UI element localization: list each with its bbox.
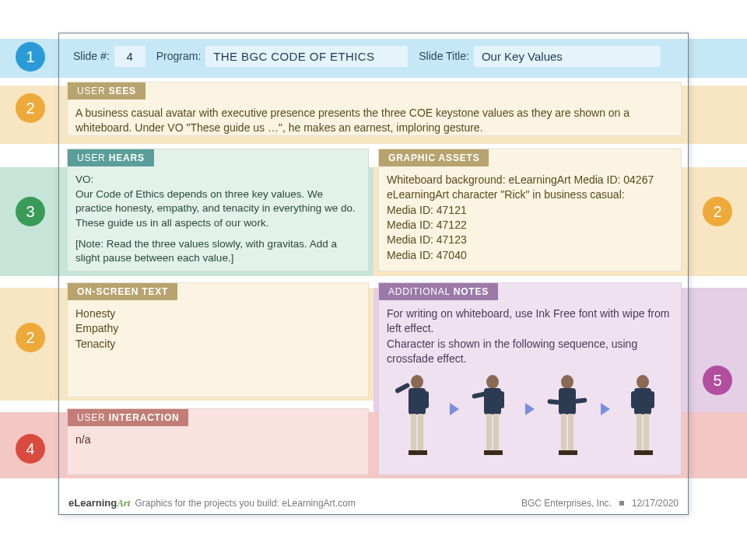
svg-rect-30 [634,450,644,455]
panel-additional-notes: ADDITIONAL NOTES For writing on whiteboa… [378,282,682,475]
storyboard-page: Slide #: 4 Program: THE BGC CODE OF ETHI… [58,33,689,515]
slide-title-value: Our Key Values [474,46,661,67]
svg-rect-3 [424,391,429,408]
panel-onscreen-text: ON-SCREEN TEXT Honesty Empathy Tenacity [67,282,369,397]
arrow-icon [601,403,610,415]
badge-5: 5 [703,366,732,395]
asset-line: Media ID: 47122 [387,218,673,233]
slide-title-label: Slide Title: [419,50,469,62]
panel-user-hears: USER HEARS VO: Our Code of Ethics depend… [67,149,369,271]
svg-rect-19 [574,398,587,404]
panel-graphic-assets: GRAPHIC ASSETS Whiteboard background: eL… [378,149,682,271]
user-sees-body: A business casual avatar with executive … [68,100,681,142]
ost-line: Honesty [75,306,360,321]
footer-company: BGC Enterprises, Inc. [521,498,612,509]
svg-rect-6 [409,450,418,455]
svg-rect-2 [395,383,410,394]
svg-point-24 [637,375,649,389]
svg-rect-13 [493,414,499,451]
arrow-icon [525,403,535,415]
svg-rect-14 [484,450,493,455]
tab-graphic-assets: GRAPHIC ASSETS [379,149,489,166]
avatar-pose-1 [390,371,444,460]
ost-line: Empathy [75,321,360,336]
badge-2-left-top: 2 [16,93,45,123]
panel-user-sees: USER SEES A business casual avatar with … [67,82,682,136]
svg-rect-20 [561,414,566,451]
asset-line: Whiteboard background: eLearningArt Medi… [387,173,673,187]
badge-3: 3 [16,197,45,226]
svg-point-8 [486,375,499,389]
svg-rect-29 [644,414,649,451]
svg-rect-17 [559,388,576,415]
tab-user-hears: USER HEARS [68,149,154,166]
svg-rect-12 [486,414,492,451]
onscreen-text-body: Honesty Empathy Tenacity [68,300,368,358]
svg-rect-18 [548,399,561,405]
asset-line: eLearningArt character "Rick" in busines… [387,187,673,202]
tab-additional-notes: ADDITIONAL NOTES [379,283,498,300]
vo-script: Our Code of Ethics depends on three key … [75,187,360,231]
svg-rect-21 [568,414,573,451]
avatar-pose-3 [540,371,594,460]
svg-point-0 [411,375,423,389]
notes-line: Character is shown in the following sequ… [387,337,673,367]
svg-rect-31 [644,450,653,455]
graphic-assets-body: Whiteboard background: eLearningArt Medi… [379,166,681,269]
avatar-pose-2 [465,371,520,460]
elearningart-logo: eLearningArt [68,497,130,509]
badge-4: 4 [16,434,45,464]
asset-line: Media ID: 47123 [387,233,673,247]
user-interaction-body: n/a [68,426,368,453]
arrow-icon [450,403,459,415]
slide-num-value: 4 [114,46,146,67]
notes-line: For writing on whiteboard, use Ink Free … [387,306,673,337]
footer-date: 12/17/2020 [632,498,679,509]
svg-rect-4 [411,414,416,451]
program-value: THE BGC CODE OF ETHICS [205,46,408,67]
top-metadata-bar: Slide #: 4 Program: THE BGC CODE OF ETHI… [67,41,680,71]
svg-rect-9 [484,388,501,415]
vo-direction-note: [Note: Read the three values slowly, wit… [75,237,360,266]
slide-num-label: Slide #: [73,50,110,62]
svg-rect-5 [418,414,423,451]
asset-line: Media ID: 47121 [387,203,673,218]
page-footer: eLearningArt Graphics for the projects y… [68,497,679,509]
asset-line: Media ID: 47040 [387,248,673,263]
badge-1: 1 [16,42,45,72]
user-hears-body: VO: Our Code of Ethics depends on three … [68,166,368,272]
ost-line: Tenacity [75,337,360,352]
tab-onscreen-text: ON-SCREEN TEXT [68,283,177,300]
vo-label: VO: [75,173,360,187]
svg-point-16 [561,375,573,389]
additional-notes-body: For writing on whiteboard, use Ink Free … [379,300,681,467]
tab-user-sees: USER SEES [68,82,146,100]
svg-rect-23 [568,450,577,455]
svg-rect-7 [418,450,427,455]
svg-rect-11 [500,391,504,408]
footer-separator-icon [619,501,624,506]
svg-rect-26 [631,391,636,408]
tab-user-interaction: USER INTERACTION [68,409,188,426]
footer-tagline: Graphics for the projects you build: eLe… [135,498,355,509]
panel-user-interaction: USER INTERACTION n/a [67,408,369,475]
badge-2-right: 2 [703,197,732,226]
character-sequence [387,366,673,460]
svg-rect-25 [634,388,651,415]
svg-rect-27 [650,391,654,408]
avatar-pose-4 [615,371,670,460]
svg-rect-1 [409,388,426,415]
svg-rect-15 [493,450,503,455]
program-label: Program: [156,50,202,62]
badge-2-left-mid: 2 [16,323,45,352]
svg-rect-28 [637,414,642,451]
svg-rect-22 [559,450,568,455]
